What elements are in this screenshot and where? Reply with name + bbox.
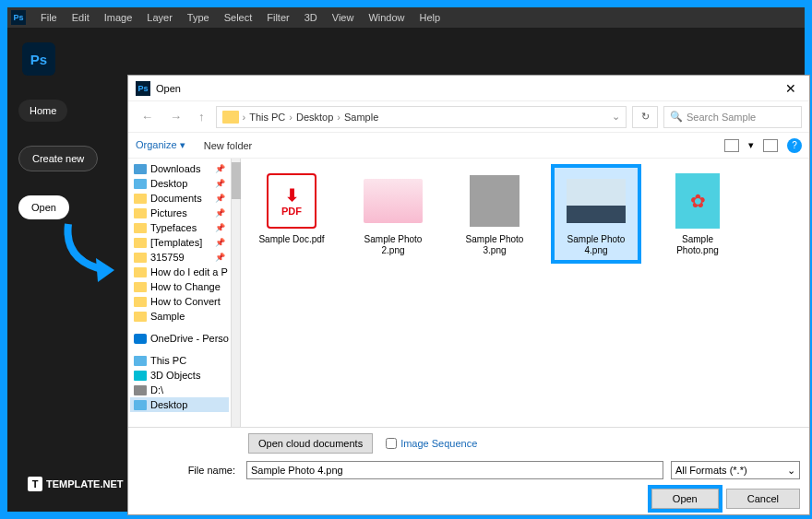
menubar: Ps File Edit Image Layer Type Select Fil…	[7, 7, 805, 28]
file-name: Sample Photo.png	[660, 234, 735, 256]
menu-edit[interactable]: Edit	[65, 12, 97, 23]
folder-icon	[134, 385, 147, 395]
menu-view[interactable]: View	[325, 12, 362, 23]
watermark: TTEMPLATE.NET	[28, 477, 124, 491]
tree-item[interactable]: Desktop	[130, 397, 229, 412]
file-item[interactable]: Sample Photo 4.png	[555, 168, 638, 260]
format-select[interactable]: All Formats (*.*) ⌄	[671, 461, 800, 479]
help-icon[interactable]: ?	[787, 138, 802, 153]
folder-icon	[134, 253, 147, 263]
folder-icon	[134, 282, 147, 292]
menu-layer[interactable]: Layer	[139, 12, 180, 23]
pin-icon: 📌	[215, 223, 225, 232]
dialog-footer: Open cloud documents Image Sequence File…	[128, 427, 809, 514]
file-item[interactable]: ⬇PDFSample Doc.pdf	[250, 168, 333, 249]
menu-file[interactable]: File	[33, 12, 65, 23]
folder-tree[interactable]: Downloads📌Desktop📌Documents📌Pictures📌Typ…	[128, 159, 232, 427]
chevron-down-icon: ⌄	[787, 465, 795, 477]
dialog-title: Open	[156, 83, 181, 94]
nav-row: ← → ↑ › This PC › Desktop › Sample ⌄ ↻ 🔍…	[128, 101, 809, 133]
menu-help[interactable]: Help	[412, 12, 448, 23]
close-icon[interactable]: ✕	[780, 81, 802, 96]
crumb-sample[interactable]: Sample	[344, 112, 378, 123]
pin-icon: 📌	[215, 179, 225, 188]
search-icon: 🔍	[670, 111, 683, 123]
tree-item[interactable]: How to Change	[130, 279, 229, 294]
tree-item[interactable]: Pictures📌	[130, 206, 229, 220]
open-button[interactable]: Open	[18, 195, 69, 219]
tree-scrollbar[interactable]	[232, 159, 241, 427]
open-cloud-button[interactable]: Open cloud documents	[248, 433, 373, 454]
tree-item[interactable]: D:\	[130, 383, 229, 397]
chevron-down-icon[interactable]: ⌄	[612, 111, 620, 123]
view-icon[interactable]	[724, 139, 739, 152]
tree-item[interactable]: Typefaces📌	[130, 220, 229, 235]
image-sequence-checkbox[interactable]: Image Sequence	[386, 438, 477, 449]
folder-icon	[134, 267, 147, 277]
menu-image[interactable]: Image	[97, 12, 140, 23]
forward-icon[interactable]: →	[164, 110, 187, 124]
view-dropdown-icon[interactable]: ▾	[748, 139, 754, 151]
home-tab[interactable]: Home	[18, 100, 67, 122]
tree-item[interactable]: How do I edit a P	[130, 265, 229, 279]
refresh-button[interactable]: ↻	[632, 106, 658, 128]
file-thumbnail: ✿	[668, 171, 727, 230]
menu-select[interactable]: Select	[217, 12, 260, 23]
menu-3d[interactable]: 3D	[297, 12, 325, 23]
menu-filter[interactable]: Filter	[259, 12, 296, 23]
file-thumbnail	[465, 171, 524, 230]
new-folder-button[interactable]: New folder	[204, 140, 253, 151]
menu-type[interactable]: Type	[180, 12, 217, 23]
folder-icon	[134, 297, 147, 307]
image-sequence-input[interactable]	[386, 438, 397, 449]
folder-icon	[134, 312, 147, 322]
pin-icon: 📌	[215, 253, 225, 262]
tree-item[interactable]: How to Convert	[130, 294, 229, 309]
tree-item[interactable]: Downloads📌	[130, 161, 229, 176]
file-item[interactable]: Sample Photo 3.png	[453, 168, 536, 260]
up-icon[interactable]: ↑	[193, 110, 210, 124]
dialog-titlebar: Ps Open ✕	[128, 76, 809, 101]
tree-item[interactable]: Sample	[130, 309, 229, 324]
create-new-button[interactable]: Create new	[18, 146, 98, 171]
folder-icon	[134, 356, 147, 366]
crumb-desktop[interactable]: Desktop	[296, 112, 333, 123]
tree-item[interactable]: This PC	[130, 353, 229, 368]
file-grid: ⬇PDFSample Doc.pdfSample Photo 2.pngSamp…	[241, 159, 809, 427]
file-thumbnail: ⬇PDF	[262, 171, 321, 230]
folder-icon	[134, 371, 147, 381]
pin-icon: 📌	[215, 194, 225, 203]
open-dialog: Ps Open ✕ ← → ↑ › This PC › Desktop › Sa…	[127, 75, 810, 515]
folder-icon	[134, 223, 147, 233]
file-name: Sample Photo 2.png	[355, 234, 431, 256]
breadcrumb[interactable]: › This PC › Desktop › Sample ⌄	[216, 106, 627, 128]
crumb-pc[interactable]: This PC	[249, 112, 285, 123]
file-thumbnail	[364, 171, 423, 230]
tree-item[interactable]: Documents📌	[130, 191, 229, 206]
folder-icon	[134, 334, 147, 344]
tree-item[interactable]: Desktop📌	[130, 176, 229, 191]
dialog-ps-icon: Ps	[136, 81, 150, 96]
file-name: Sample Photo 3.png	[457, 234, 532, 256]
preview-pane-icon[interactable]	[763, 139, 778, 152]
tree-item[interactable]: OneDrive - Person	[130, 331, 229, 346]
filename-input[interactable]	[246, 461, 663, 479]
file-item[interactable]: Sample Photo 2.png	[352, 168, 435, 260]
folder-icon	[134, 238, 147, 248]
open-confirm-button[interactable]: Open	[651, 489, 719, 509]
back-icon[interactable]: ←	[136, 110, 159, 124]
file-item[interactable]: ✿Sample Photo.png	[656, 168, 739, 260]
file-name: Sample Doc.pdf	[258, 234, 324, 245]
folder-icon	[134, 164, 147, 174]
organize-menu[interactable]: Organize ▾	[136, 139, 185, 151]
file-name: Sample Photo 4.png	[558, 234, 634, 256]
tree-item[interactable]: 3D Objects	[130, 368, 229, 383]
filename-label: File name:	[137, 465, 239, 476]
search-input[interactable]: 🔍 Search Sample	[663, 106, 802, 128]
menu-window[interactable]: Window	[361, 12, 412, 23]
tree-item[interactable]: [Templates]📌	[130, 235, 229, 250]
folder-icon	[222, 111, 239, 124]
cancel-button[interactable]: Cancel	[726, 489, 800, 509]
tree-item[interactable]: 315759📌	[130, 250, 229, 265]
pin-icon: 📌	[215, 208, 225, 218]
